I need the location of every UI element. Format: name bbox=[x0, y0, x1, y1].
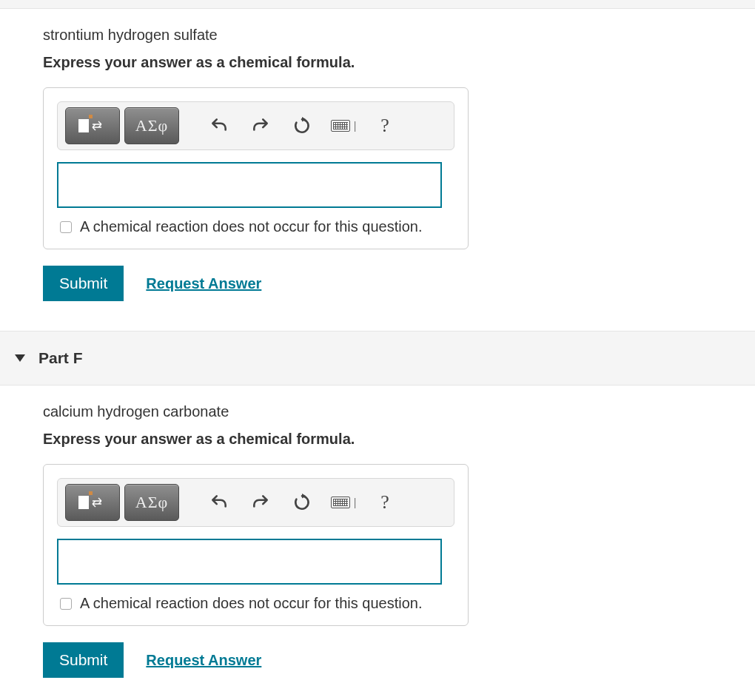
question-text: strontium hydrogen sulfate bbox=[43, 27, 755, 44]
undo-button[interactable] bbox=[198, 484, 240, 521]
redo-icon bbox=[251, 116, 270, 135]
editor-toolbar: ΑΣφ | ? bbox=[57, 478, 454, 527]
no-reaction-row[interactable]: A chemical reaction does not occur for t… bbox=[57, 595, 454, 612]
part-f-header[interactable]: Part F bbox=[0, 331, 755, 386]
greek-symbols-icon: ΑΣφ bbox=[135, 116, 168, 135]
chevron-down-icon bbox=[15, 354, 25, 362]
question-text: calcium hydrogen carbonate bbox=[43, 403, 755, 420]
instruction-text: Express your answer as a chemical formul… bbox=[43, 54, 755, 71]
greek-symbols-icon: ΑΣφ bbox=[135, 493, 168, 512]
no-reaction-label: A chemical reaction does not occur for t… bbox=[80, 595, 422, 612]
formula-builder-icon bbox=[78, 119, 107, 132]
formula-tools-group: ΑΣφ bbox=[65, 107, 179, 144]
formula-builder-icon bbox=[78, 496, 107, 509]
reset-icon bbox=[292, 116, 312, 135]
greek-symbols-button[interactable]: ΑΣφ bbox=[124, 484, 179, 521]
answer-input[interactable] bbox=[57, 539, 442, 585]
no-reaction-row[interactable]: A chemical reaction does not occur for t… bbox=[57, 218, 454, 235]
redo-button[interactable] bbox=[240, 484, 281, 521]
formula-editor: ΑΣφ | ? A chemical reaction does n bbox=[43, 464, 469, 626]
section-divider bbox=[0, 0, 755, 9]
help-button[interactable]: ? bbox=[364, 484, 406, 521]
keyboard-icon: | bbox=[331, 120, 357, 132]
part-f-content: calcium hydrogen carbonate Express your … bbox=[0, 386, 755, 700]
reset-button[interactable] bbox=[281, 484, 323, 521]
undo-button[interactable] bbox=[198, 107, 240, 144]
help-button[interactable]: ? bbox=[364, 107, 406, 144]
formula-tools-group: ΑΣφ bbox=[65, 484, 179, 521]
request-answer-link[interactable]: Request Answer bbox=[146, 275, 261, 292]
formula-builder-button[interactable] bbox=[65, 484, 120, 521]
formula-editor: ΑΣφ | ? A chemical reaction does n bbox=[43, 87, 469, 249]
redo-button[interactable] bbox=[240, 107, 281, 144]
action-row: Submit Request Answer bbox=[43, 266, 755, 301]
reset-button[interactable] bbox=[281, 107, 323, 144]
help-icon: ? bbox=[380, 491, 389, 514]
no-reaction-label: A chemical reaction does not occur for t… bbox=[80, 218, 422, 235]
action-row: Submit Request Answer bbox=[43, 642, 755, 678]
keyboard-button[interactable]: | bbox=[323, 484, 364, 521]
answer-input[interactable] bbox=[57, 162, 442, 208]
submit-button[interactable]: Submit bbox=[43, 642, 124, 678]
formula-builder-button[interactable] bbox=[65, 107, 120, 144]
keyboard-icon: | bbox=[331, 497, 357, 508]
undo-icon bbox=[209, 116, 229, 135]
help-icon: ? bbox=[380, 115, 389, 137]
editor-toolbar: ΑΣφ | ? bbox=[57, 101, 454, 150]
instruction-text: Express your answer as a chemical formul… bbox=[43, 431, 755, 448]
redo-icon bbox=[251, 493, 270, 512]
submit-button[interactable]: Submit bbox=[43, 266, 124, 301]
part-e-content: strontium hydrogen sulfate Express your … bbox=[0, 9, 755, 331]
keyboard-button[interactable]: | bbox=[323, 107, 364, 144]
greek-symbols-button[interactable]: ΑΣφ bbox=[124, 107, 179, 144]
undo-icon bbox=[209, 493, 229, 512]
no-reaction-checkbox[interactable] bbox=[60, 598, 72, 610]
reset-icon bbox=[292, 493, 312, 512]
request-answer-link[interactable]: Request Answer bbox=[146, 652, 261, 669]
part-title: Part F bbox=[38, 349, 83, 367]
no-reaction-checkbox[interactable] bbox=[60, 221, 72, 233]
